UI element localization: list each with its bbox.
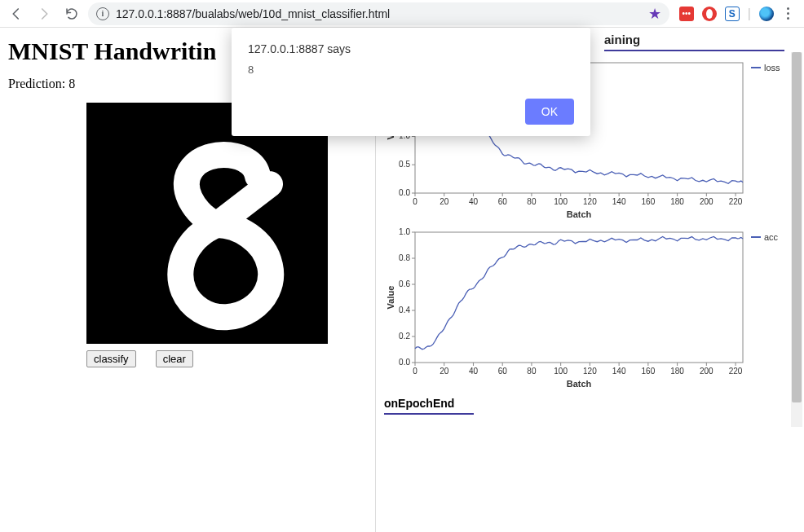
svg-text:80: 80 [527,367,537,376]
vis-footer-label: onEpochEnd [384,394,474,415]
svg-text:40: 40 [469,367,479,376]
svg-text:100: 100 [554,367,568,376]
extension-s-icon[interactable]: S [725,7,740,21]
svg-text:220: 220 [729,197,743,206]
svg-text:acc: acc [764,232,779,242]
reload-button[interactable] [60,2,83,25]
svg-text:120: 120 [583,197,597,206]
svg-text:180: 180 [670,367,684,376]
svg-text:140: 140 [612,367,626,376]
svg-text:200: 200 [700,367,713,376]
svg-text:0.0: 0.0 [399,358,410,367]
dialog-message: 8 [248,64,574,76]
svg-text:120: 120 [583,367,597,376]
svg-text:80: 80 [527,197,537,206]
extension-opera-icon[interactable] [702,7,717,21]
svg-text:40: 40 [469,197,479,206]
dialog-origin: 127.0.0.1:8887 says [248,42,574,55]
svg-text:loss: loss [764,63,780,73]
svg-text:60: 60 [498,367,508,376]
address-bar[interactable]: i 127.0.0.1:8887/bualabs/web/10d_mnist_c… [88,2,669,25]
classify-button[interactable]: classify [86,350,136,367]
svg-text:180: 180 [670,197,684,206]
svg-text:1.0: 1.0 [399,227,410,236]
svg-text:160: 160 [642,367,656,376]
svg-text:Value: Value [386,286,395,310]
vis-header: aining [604,28,784,51]
svg-text:160: 160 [642,197,656,206]
extensions: ••• S | [674,7,799,21]
drawing-canvas[interactable] [86,103,328,344]
svg-text:Batch: Batch [567,209,592,219]
svg-text:0: 0 [413,197,417,206]
chrome-menu-icon[interactable] [782,7,794,20]
dialog-ok-button[interactable]: OK [525,99,574,125]
svg-text:60: 60 [498,197,508,206]
bookmark-star-icon[interactable]: ★ [648,5,661,23]
svg-text:0.2: 0.2 [399,332,410,341]
forward-button[interactable] [33,2,55,25]
svg-text:200: 200 [700,197,713,206]
svg-text:220: 220 [729,367,743,376]
site-info-icon[interactable]: i [96,7,109,20]
svg-text:20: 20 [440,197,449,206]
svg-text:20: 20 [440,367,449,376]
acc-chart: 0.00.20.40.60.81.00204060801001201401601… [384,227,804,390]
scroll-thumb[interactable] [792,52,802,402]
svg-text:100: 100 [554,197,568,206]
svg-text:0.5: 0.5 [399,160,410,169]
svg-text:Batch: Batch [567,379,592,389]
browser-toolbar: i 127.0.0.1:8887/bualabs/web/10d_mnist_c… [0,0,804,28]
alert-dialog: 127.0.0.1:8887 says 8 OK [232,28,590,136]
url-text: 127.0.0.1:8887/bualabs/web/10d_mnist_cla… [116,7,642,20]
svg-text:0.4: 0.4 [399,306,410,314]
profile-avatar-icon[interactable] [759,7,774,21]
svg-text:0.6: 0.6 [399,279,410,288]
svg-text:0.8: 0.8 [399,253,410,262]
extension-lastpass-icon[interactable]: ••• [679,7,694,21]
back-button[interactable] [5,2,28,25]
clear-button[interactable]: clear [156,350,193,367]
svg-text:0: 0 [413,367,417,376]
panel-scrollbar[interactable] [791,52,802,427]
svg-text:140: 140 [612,197,626,206]
svg-text:0.0: 0.0 [399,188,410,197]
